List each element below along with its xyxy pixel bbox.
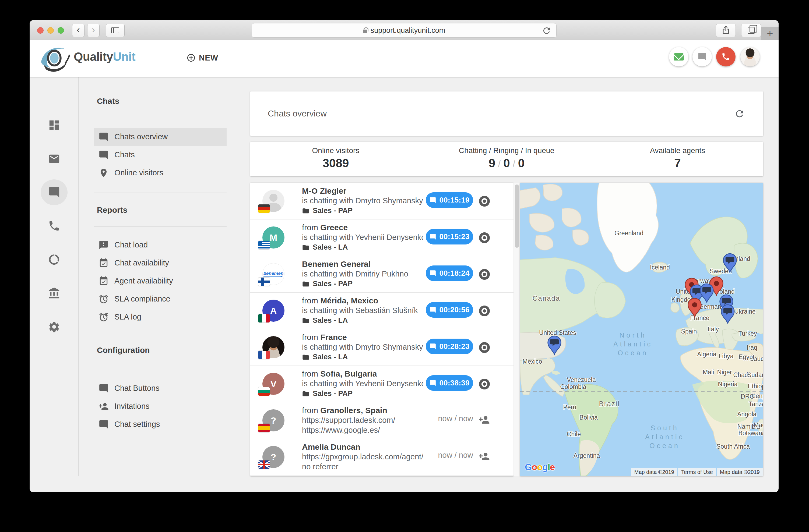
user-avatar[interactable] (740, 47, 760, 67)
new-tab-button[interactable]: + (761, 27, 779, 40)
sidebar-item-label: Online visitors (114, 169, 163, 177)
visitors-map[interactable]: GreenlandIcelandCanadaUnited StatesMexic… (520, 183, 763, 476)
stat-value: 3089 (250, 157, 421, 170)
watch-chat-icon[interactable] (479, 379, 490, 389)
chats-button[interactable] (692, 47, 712, 67)
watch-chat-icon[interactable] (479, 232, 490, 243)
rail-item-dashboard[interactable] (41, 112, 68, 138)
sidebar-item-chat-settings[interactable]: Chat settings (94, 415, 227, 433)
sidebar-item-online-visitors[interactable]: Online visitors (94, 164, 227, 182)
sidebar-item-label: Invitations (114, 402, 150, 411)
calls-button[interactable] (716, 47, 736, 67)
map-country-label: Botswana (738, 429, 763, 437)
list-scrollbar[interactable] (514, 183, 520, 476)
rail-item-data-usage[interactable] (41, 247, 68, 272)
watch-chat-icon[interactable] (479, 342, 490, 353)
browser-chrome: ‹ › support.qualityunit.com + (30, 20, 779, 40)
folder-icon (302, 390, 310, 397)
url-text: support.qualityunit.com (371, 26, 445, 35)
rail-item-chat[interactable] (41, 179, 68, 205)
chat-duration-pill[interactable]: 00:28:23 (426, 339, 473, 354)
map-country-label: Canada (532, 294, 560, 302)
visitor-info: Benemen General is chatting with Dmitriy… (302, 259, 423, 289)
visitor-row[interactable]: ? from Granollers, Spain https://support… (250, 402, 514, 439)
visitor-meta: no referrer (302, 462, 423, 472)
nav-section-heading: Reports (94, 205, 227, 215)
browser-share-button[interactable] (716, 24, 736, 37)
chat-icon (99, 383, 109, 393)
window-minimize-button[interactable] (47, 27, 54, 34)
stat-label: Available agents (592, 146, 763, 155)
sidebar-item-agent-availability[interactable]: Agent availability (94, 272, 227, 290)
visitor-row[interactable]: M-O Ziegler is chatting with Dmytro Shym… (250, 183, 514, 219)
chat-list: M-O Ziegler is chatting with Dmytro Shym… (250, 183, 514, 476)
invite-visitor-icon[interactable] (479, 451, 490, 462)
chat-duration-pill[interactable]: 00:18:24 (426, 265, 473, 281)
reload-icon[interactable] (542, 26, 551, 36)
folder-icon (302, 280, 310, 288)
sidebar-item-chat-buttons[interactable]: Chat Buttons (94, 379, 227, 397)
visitor-row[interactable]: A from Mérida, Mexico is chatting with S… (250, 292, 514, 329)
rail-item-settings[interactable] (41, 314, 68, 340)
sidebar-item-invitations[interactable]: Invitations (94, 397, 227, 415)
chat-duration: 00:20:56 (439, 305, 469, 314)
visitor-row[interactable]: from France is chatting with Dmytro Shym… (250, 329, 514, 366)
invite-visitor-icon[interactable] (479, 414, 490, 425)
sidebar-item-chats-overview[interactable]: Chats overview (94, 128, 227, 146)
stat-label: Online visitors (250, 146, 421, 155)
browser-sidebar-button[interactable] (106, 24, 125, 37)
chat-icon (99, 419, 109, 429)
sidebar-item-sla-compliance[interactable]: SLA compliance (94, 290, 227, 308)
chat-duration-pill[interactable]: 00:15:23 (426, 229, 473, 245)
watch-chat-icon[interactable] (479, 305, 490, 316)
map-country-label: Angola (737, 411, 757, 418)
visitor-row[interactable]: V from Sofia, Bulgaria is chatting with … (250, 366, 514, 402)
terms-of-use-link[interactable]: Terms of Use (678, 468, 716, 476)
chat-duration-pill[interactable]: 00:15:19 (426, 192, 473, 208)
map-attribution: Map data ©2019Terms of UseMap data ©2019 (631, 468, 763, 476)
window-close-button[interactable] (37, 27, 44, 34)
folder-icon (302, 244, 310, 251)
watch-chat-icon[interactable] (479, 269, 490, 280)
map-country-label: Sudan (747, 371, 763, 378)
chat-icon (99, 132, 109, 142)
sidebar-item-sla-log[interactable]: SLA log (94, 308, 227, 326)
rail-item-mail[interactable] (41, 146, 68, 172)
map-country-label: Libya (719, 353, 734, 360)
rail-item-bank[interactable] (41, 280, 68, 306)
flag-es-icon (258, 424, 270, 432)
tickets-button[interactable] (669, 47, 688, 67)
chat-duration-pill[interactable]: 00:38:39 (426, 375, 473, 391)
alarm-log-icon (99, 312, 109, 322)
refresh-button[interactable] (734, 108, 745, 119)
scrollbar-thumb[interactable] (515, 184, 519, 248)
flag-gr-icon (258, 241, 270, 249)
screenshot-stage: ‹ › support.qualityunit.com + QualityUni… (0, 0, 809, 532)
visitor-row[interactable]: ? Amelia Duncan https://gpxgroup.ladesk.… (250, 439, 514, 476)
visitor-name: from Granollers, Spain (302, 405, 423, 415)
chat-icon (48, 186, 60, 198)
visitor-row[interactable]: benemen Benemen General is chatting with… (250, 256, 514, 292)
chat-duration-pill[interactable]: 00:20:56 (426, 302, 473, 318)
window-maximize-button[interactable] (57, 27, 64, 34)
browser-tabs-button[interactable] (741, 24, 761, 37)
sidebar-item-chats[interactable]: Chats (94, 146, 227, 164)
browser-forward-button[interactable]: › (87, 24, 100, 37)
dashboard-icon (48, 119, 60, 131)
sidebar-item-chat-load[interactable]: Chat load (94, 236, 227, 254)
phone-icon (721, 52, 730, 61)
rail-item-phone[interactable] (41, 213, 68, 239)
address-bar[interactable]: support.qualityunit.com (252, 23, 556, 38)
visitor-status: is chatting with Yevhenii Denysenko (302, 379, 423, 389)
new-button[interactable]: NEW (187, 53, 218, 63)
browser-back-button[interactable]: ‹ (72, 24, 85, 37)
sidebar-item-label: Agent availability (114, 277, 173, 285)
watch-chat-icon[interactable] (479, 196, 490, 207)
sidebar-item-chat-availability[interactable]: Chat availability (94, 254, 227, 272)
lock-icon (363, 30, 367, 33)
visitor-row[interactable]: M from Greece is chatting with Yevhenii … (250, 219, 514, 256)
map-ocean-label: Ocean (618, 349, 648, 357)
stat-number: 9 (489, 157, 495, 170)
stat-chatting-ringing-in-queue: Chatting / Ringing / In queue9/0/0 (421, 142, 592, 176)
department-label: Sales - PAP (313, 389, 352, 398)
